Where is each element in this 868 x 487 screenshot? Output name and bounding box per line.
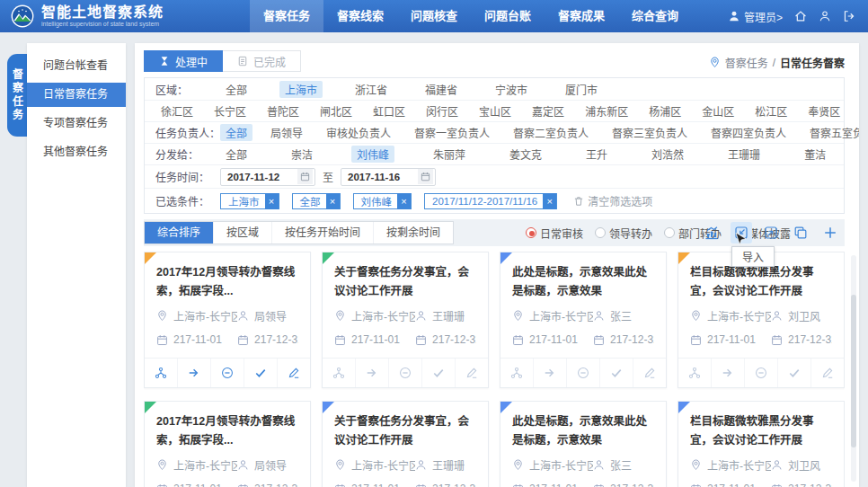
stats-chart-icon[interactable]	[701, 222, 722, 244]
edit-pencil-icon[interactable]	[633, 359, 666, 387]
filter-option[interactable]: 局领导	[265, 124, 308, 141]
filter-option[interactable]: 浙江省	[350, 81, 393, 98]
top-nav-item[interactable]: 督察任务	[250, 0, 323, 32]
filter-option[interactable]: 全部	[220, 146, 252, 163]
filter-option[interactable]: 闵行区	[421, 102, 464, 120]
sort-button[interactable]: 按剩余时间	[374, 222, 453, 244]
edit-pencil-icon[interactable]	[277, 359, 310, 387]
forward-arrow-icon[interactable]	[355, 359, 388, 387]
filter-option[interactable]: 全部	[220, 81, 252, 98]
sidebar-item[interactable]: 其他督察任务	[27, 140, 126, 164]
add-icon[interactable]	[819, 222, 841, 244]
filter-option[interactable]: 朱丽萍	[428, 146, 471, 163]
selected-filter-chip[interactable]: 全部 ×	[292, 193, 341, 209]
top-nav-item[interactable]: 督察成果	[545, 0, 618, 32]
date-from-input[interactable]: 2017-11-12	[220, 168, 315, 186]
filter-option[interactable]: 长宁区	[208, 102, 252, 120]
task-card[interactable]: 此处是标题，示意效果此处是标题，示意效果 上海市-长宁区 张三 217-11-0…	[500, 252, 667, 388]
filter-option[interactable]: 厦门市	[560, 81, 603, 98]
filter-option[interactable]: 黄浦区	[855, 102, 859, 120]
chip-remove-icon[interactable]: ×	[397, 193, 411, 209]
filter-option[interactable]: 嘉定区	[527, 102, 570, 120]
filter-option[interactable]: 审核处负责人	[321, 124, 396, 141]
chip-remove-icon[interactable]: ×	[265, 193, 279, 209]
cards-scrollbar-track[interactable]	[851, 255, 856, 482]
edit-pencil-icon[interactable]	[810, 359, 844, 387]
clear-filters-button[interactable]: 清空筛选选项	[573, 193, 652, 208]
filter-option[interactable]: 全部	[220, 124, 252, 141]
suspend-minus-icon[interactable]	[566, 359, 599, 387]
dispatch-org-icon[interactable]	[145, 359, 177, 387]
filter-option[interactable]: 奉贤区	[802, 102, 846, 120]
selected-filter-chip[interactable]: 2017/11/12-2017/11/16 ×	[424, 193, 557, 209]
filter-option[interactable]: 虹口区	[368, 102, 411, 120]
sort-button[interactable]: 按区域	[214, 222, 272, 244]
filter-option[interactable]: 福建省	[420, 81, 463, 98]
filter-option[interactable]: 督察一室负责人	[409, 124, 495, 141]
filter-option[interactable]: 督察三室负责人	[607, 124, 693, 141]
profile-icon[interactable]	[819, 10, 831, 22]
task-card[interactable]: 栏目标题微软雅黑分发事宜，会议讨论工作开展 上海市-长宁区 刘卫风 217-11…	[678, 252, 845, 388]
complete-check-icon[interactable]	[599, 359, 633, 387]
sidebar-vertical-tab[interactable]: 督察任务	[7, 54, 27, 137]
filter-option[interactable]: 杨浦区	[643, 102, 686, 120]
task-card[interactable]: 关于督察任务分发事宜，会议讨论工作开展 上海市-长宁区 王珊珊 217-11-0…	[322, 252, 489, 388]
task-card[interactable]: 栏目标题微软雅黑分发事宜，会议讨论工作开展 上海市-长宁区 刘卫风 217-11…	[678, 401, 845, 487]
top-nav-item[interactable]: 问题台账	[471, 0, 545, 32]
sidebar-item[interactable]: 问题台帐查看	[27, 54, 126, 78]
task-card[interactable]: 2017年12月领导转办督察线索，拓展字段... 上海市-长宁区 局领导 217…	[144, 401, 311, 487]
sidebar-item[interactable]: 日常督察任务	[27, 83, 126, 107]
filter-option[interactable]: 刘浩然	[646, 146, 689, 163]
top-nav-item[interactable]: 督察线索	[323, 0, 397, 32]
suspend-minus-icon[interactable]	[744, 359, 777, 387]
logout-icon[interactable]	[843, 10, 855, 22]
task-card[interactable]: 2017年12月领导转办督察线索，拓展字段... 上海市-长宁区 局领导 217…	[144, 252, 311, 388]
complete-check-icon[interactable]	[421, 359, 455, 387]
calendar-button[interactable]	[418, 169, 433, 184]
cards-scrollbar-thumb[interactable]	[851, 295, 856, 447]
calendar-button[interactable]	[297, 169, 313, 184]
tab-completed[interactable]: 已完成	[223, 50, 301, 72]
chip-remove-icon[interactable]: ×	[326, 193, 340, 209]
copy-icon[interactable]	[790, 222, 811, 244]
filter-option[interactable]: 王升	[580, 146, 613, 163]
selected-filter-chip[interactable]: 上海市 ×	[220, 193, 279, 209]
filter-option[interactable]: 金山区	[696, 102, 740, 120]
suspend-minus-icon[interactable]	[210, 359, 244, 387]
radio-option[interactable]: 日常审核	[526, 226, 583, 241]
filter-option[interactable]: 宁波市	[490, 81, 533, 98]
user-menu[interactable]: 管理员>	[728, 9, 783, 24]
filter-option[interactable]: 刘伟峰	[351, 146, 394, 163]
complete-check-icon[interactable]	[244, 359, 277, 387]
filter-option[interactable]: 董洁	[799, 146, 831, 163]
sidebar-item[interactable]: 专项督察任务	[27, 111, 126, 136]
filter-option[interactable]: 普陀区	[261, 102, 305, 120]
filter-option[interactable]: 王珊珊	[722, 146, 766, 163]
filter-option[interactable]: 徐汇区	[155, 102, 199, 120]
chip-remove-icon[interactable]: ×	[543, 193, 556, 209]
forward-arrow-icon[interactable]	[533, 359, 566, 387]
filter-option[interactable]: 宝山区	[474, 102, 517, 120]
dispatch-org-icon[interactable]	[678, 359, 711, 387]
top-nav-item[interactable]: 综合查询	[618, 0, 692, 32]
task-card[interactable]: 此处是标题，示意效果此处是标题，示意效果 上海市-长宁区 张三 217-11-0…	[500, 401, 667, 487]
selected-filter-chip[interactable]: 刘伟峰 ×	[353, 193, 412, 209]
sort-button[interactable]: 综合排序	[145, 222, 214, 244]
export-icon[interactable]	[760, 222, 782, 244]
forward-arrow-icon[interactable]	[177, 359, 210, 387]
suspend-minus-icon[interactable]	[388, 359, 421, 387]
dispatch-org-icon[interactable]	[323, 359, 355, 387]
home-icon[interactable]	[794, 10, 807, 22]
sort-button[interactable]: 按任务开始时间	[272, 222, 374, 244]
filter-option[interactable]: 崇洁	[286, 146, 318, 163]
edit-pencil-icon[interactable]	[455, 359, 488, 387]
filter-option[interactable]: 闸北区	[314, 102, 358, 120]
filter-option[interactable]: 督察四室负责人	[705, 124, 792, 141]
dispatch-org-icon[interactable]	[500, 359, 533, 387]
filter-option[interactable]: 姜文克	[504, 146, 547, 163]
filter-option[interactable]: 浦东新区	[580, 102, 633, 120]
date-to-input[interactable]: 2017-11-16	[341, 168, 436, 186]
filter-option[interactable]: 督察五室负责人	[804, 124, 859, 141]
tab-processing[interactable]: 处理中	[144, 50, 223, 72]
top-nav-item[interactable]: 问题核查	[397, 0, 471, 32]
